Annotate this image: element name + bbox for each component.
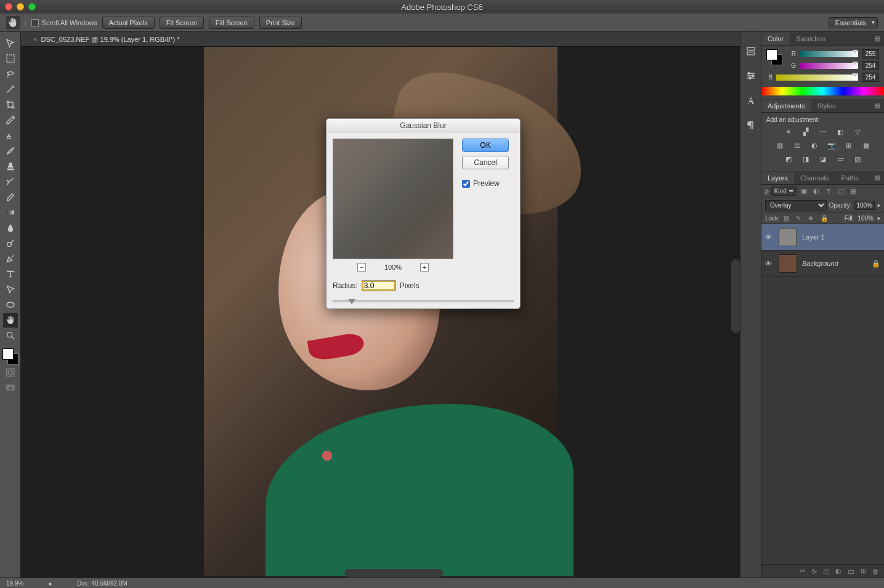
color-balance-icon[interactable]: ⚖ [791,140,803,150]
dialog-preview-image[interactable] [333,139,453,259]
hand-tool-icon[interactable] [3,313,18,328]
lock-all-icon[interactable]: 🔒 [821,215,829,222]
history-panel-icon[interactable] [744,44,758,58]
gradient-tool-icon[interactable] [3,205,18,220]
red-slider[interactable] [800,51,858,57]
path-select-tool-icon[interactable] [3,282,18,297]
zoom-in-button[interactable]: + [420,263,429,272]
foreground-background-swatch[interactable] [766,49,782,65]
history-brush-tool-icon[interactable] [3,174,18,189]
lock-pixels-icon[interactable]: ✎ [796,215,805,222]
tab-close-icon[interactable]: × [33,36,37,43]
layer-mask-icon[interactable]: ◰ [823,567,829,575]
color-swatches[interactable] [2,348,18,364]
filter-pixel-icon[interactable]: ▣ [799,187,809,195]
hue-sat-icon[interactable]: ▥ [774,140,786,150]
print-size-button[interactable]: Print Size [259,17,302,29]
delete-layer-icon[interactable]: 🗑 [872,568,879,575]
layer-visibility-icon[interactable]: 👁 [765,233,774,241]
panel-menu-icon[interactable]: ▤ [870,102,884,110]
layer-thumbnail[interactable] [779,228,797,246]
fit-screen-button[interactable]: Fit Screen [160,17,204,29]
new-group-icon[interactable]: 🗀 [848,568,854,575]
actual-pixels-button[interactable]: Actual Pixels [102,17,155,29]
opacity-value[interactable]: 100% [854,201,875,210]
preview-checkbox[interactable]: Preview [462,179,509,188]
vertical-scrollbar[interactable] [731,259,740,333]
adjustments-tab[interactable]: Adjustments [761,100,811,112]
status-info-icon[interactable]: ▸ [49,580,52,587]
quick-mask-icon[interactable] [3,365,18,380]
link-layers-icon[interactable]: ⚯ [800,567,805,575]
fill-screen-button[interactable]: Fill Screen [209,17,254,29]
zoom-tool-icon[interactable] [3,328,18,343]
layer-row[interactable]: 👁Layer 1 [761,224,884,251]
healing-brush-tool-icon[interactable] [3,128,18,143]
layer-row[interactable]: 👁Background🔒 [761,251,884,277]
blue-value[interactable]: 254 [862,73,879,82]
new-layer-icon[interactable]: ⊞ [861,567,866,575]
gradient-map-icon[interactable]: ▭ [834,154,846,164]
color-lookup-icon[interactable]: ▦ [860,140,872,150]
filter-type-icon[interactable]: T [824,188,833,195]
exposure-icon[interactable]: ◧ [834,127,846,137]
marquee-tool-icon[interactable] [3,51,18,66]
eyedropper-tool-icon[interactable] [3,113,18,127]
invert-icon[interactable]: ◩ [782,154,795,164]
layer-visibility-icon[interactable]: 👁 [765,260,774,267]
styles-tab[interactable]: Styles [811,100,842,112]
document-tab[interactable]: × DSC_0523.NEF @ 19.9% (Layer 1, RGB/8*)… [28,33,185,46]
red-value[interactable]: 255 [862,49,879,58]
screen-mode-icon[interactable] [3,381,18,395]
layer-thumbnail[interactable] [779,254,797,273]
brightness-contrast-icon[interactable]: ☀ [782,127,795,137]
blend-mode-select[interactable]: Overlay [765,200,827,211]
swatches-tab[interactable]: Swatches [790,33,832,45]
workspace-switcher[interactable]: Essentials [829,17,878,28]
status-zoom[interactable]: 19.9% [6,580,49,587]
stamp-tool-icon[interactable] [3,159,18,174]
threshold-icon[interactable]: ◪ [817,154,829,164]
crop-tool-icon[interactable] [3,97,18,112]
vibrance-icon[interactable]: ▽ [851,127,864,137]
blue-slider[interactable] [776,75,858,81]
radius-input[interactable] [362,280,396,291]
photo-filter-icon[interactable]: 📷 [825,140,838,150]
eraser-tool-icon[interactable] [3,190,18,204]
radius-slider[interactable] [333,300,514,302]
pen-tool-icon[interactable] [3,251,18,266]
blur-tool-icon[interactable] [3,220,18,235]
panel-menu-icon[interactable]: ▤ [870,174,884,182]
brush-tool-icon[interactable] [3,143,18,158]
scroll-all-windows-checkbox[interactable]: Scroll All Windows [31,19,97,26]
layers-tab[interactable]: Layers [761,172,794,184]
filter-smart-icon[interactable]: ▦ [848,187,858,195]
horizontal-scrollbar[interactable] [344,569,443,578]
cancel-button[interactable]: Cancel [462,156,509,169]
layer-filter-kind[interactable]: Kind ≑ [771,187,797,196]
levels-icon[interactable]: ▞ [800,127,812,137]
filter-adjust-icon[interactable]: ◐ [811,187,821,195]
ok-button[interactable]: OK [462,139,509,152]
spectrum-ramp[interactable] [761,87,884,95]
paths-tab[interactable]: Paths [835,172,865,184]
lock-transparency-icon[interactable]: ▨ [784,215,792,222]
color-tab[interactable]: Color [761,33,790,45]
panel-menu-icon[interactable]: ▤ [870,34,884,42]
lock-position-icon[interactable]: ✥ [808,215,817,222]
properties-panel-icon[interactable] [744,69,758,83]
layer-style-icon[interactable]: fx [811,568,817,575]
posterize-icon[interactable]: ◨ [800,154,812,164]
fill-value[interactable]: 100% [858,215,874,222]
type-tool-icon[interactable] [3,267,18,281]
zoom-out-button[interactable]: − [357,263,366,272]
dodge-tool-icon[interactable] [3,236,18,251]
curves-icon[interactable]: 〰 [817,127,829,137]
channels-tab[interactable]: Channels [794,172,835,184]
green-value[interactable]: 254 [862,61,879,70]
new-adjustment-layer-icon[interactable]: ◐ [835,567,841,575]
character-panel-icon[interactable] [744,94,758,107]
filter-shape-icon[interactable]: ▢ [836,187,846,195]
magic-wand-tool-icon[interactable] [3,82,18,97]
move-tool-icon[interactable] [3,36,18,50]
